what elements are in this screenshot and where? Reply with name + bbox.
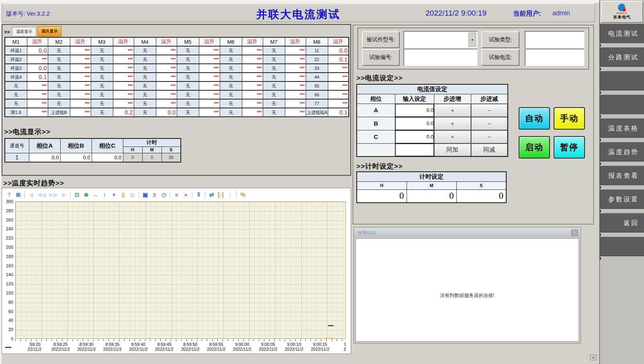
timer-h-input[interactable]: 0 (357, 189, 407, 203)
sidebar-buttons: 电流测试分路测试温度表格温度趋势报表查看参数设置返回 (600, 24, 644, 260)
temp-label-cell: 无 (134, 81, 156, 90)
temp-label-cell: 无 (220, 90, 242, 99)
test-info-box: 被试件型号: ▼ 试验类型: 试验编号: 试验电流: (358, 28, 589, 69)
timer-m-input[interactable]: 0 (407, 189, 456, 203)
step-decrease-button[interactable]: − (471, 117, 508, 130)
go-last-icon: ▶ (61, 191, 67, 198)
tab-temperature-rise-display[interactable]: 温升显示 (37, 26, 61, 37)
tab-temperature-display[interactable]: 温度显示 (12, 27, 36, 37)
cursor-range-icon[interactable]: [-] (218, 191, 224, 198)
x-tick-time: 9:00:05 (253, 342, 283, 347)
temp-value-cell: *** (27, 81, 48, 90)
alarm-title: 报警信息 (358, 230, 376, 236)
auto-button[interactable]: 自动 (519, 107, 550, 130)
phase-input-cell[interactable]: 0.0 (395, 104, 434, 117)
zoom-box-icon[interactable]: ⊡ (74, 191, 80, 198)
sidebar-item-1[interactable]: 分路测试 (600, 47, 644, 67)
pause-refresh-icon[interactable]: ‖ (196, 191, 202, 198)
scroll-down-icon[interactable]: ▼ (590, 355, 597, 360)
sidebar-item-blank-2[interactable] (600, 71, 644, 90)
start-button[interactable]: 启动 (519, 136, 550, 159)
sidebar-item-blank-3[interactable] (600, 95, 644, 114)
sidebar-item-6[interactable]: 报表查看 (600, 166, 644, 185)
hour-col-header: H (123, 146, 142, 153)
temp-value-cell: *** (242, 55, 263, 64)
decrease-all-button[interactable]: 同减 (471, 144, 508, 157)
rise-col-header: 温升 (156, 37, 177, 46)
test-number-input[interactable] (403, 49, 478, 66)
timer-s-input[interactable]: 0 (456, 189, 506, 203)
phase-input-cell[interactable]: 0.0 (395, 117, 434, 130)
temp-label-cell: 无 (91, 81, 113, 90)
alarm-title-bar[interactable]: 报警信息 x (354, 228, 580, 237)
phase-input-cell-empty[interactable] (395, 143, 434, 157)
ruler-vertical-icon[interactable]: ▯ (120, 191, 126, 198)
temp-value-cell: *** (285, 46, 306, 55)
increase-all-button[interactable]: 同加 (434, 144, 471, 157)
x-tick-time: 8:59:50 (176, 342, 205, 347)
sidebar-item-5[interactable]: 温度趋势 (600, 142, 644, 161)
time-range-icon[interactable]: ◷ (161, 191, 167, 198)
sidebar-item-8[interactable]: 返回 (600, 213, 644, 232)
toolbar-separator (170, 191, 170, 198)
zoom-vertical-icon[interactable]: ↕ (102, 191, 108, 198)
x-tick-time: 9: (331, 342, 346, 347)
page-forward-icon[interactable]: » (183, 191, 189, 198)
step-increase-button[interactable]: + (434, 130, 471, 143)
chart-plot-area[interactable] (15, 201, 346, 339)
step-decrease-button[interactable]: − (471, 104, 508, 117)
temp-label-cell: 无 (48, 99, 70, 108)
percent-scale-icon[interactable]: % (240, 191, 246, 198)
step-dec-col-header: 步进减 (471, 94, 508, 104)
y-axis-tick-label: 0 (11, 336, 13, 341)
sidebar-item-7[interactable]: 参数设置 (600, 189, 644, 209)
channel-list-icon[interactable]: ▣ (142, 191, 148, 198)
step-increase-button[interactable]: + (434, 117, 471, 130)
datetime-text: 2022/11/2 9:00:19 (425, 9, 487, 18)
sidebar-item-4[interactable]: 温度表格 (600, 118, 644, 138)
temperature-panel: >> 温度显示温升显示 M1温升M2温升M3温升M4温升M5温升M6温升M7温升… (2, 24, 351, 176)
temp-value-cell: *** (328, 99, 349, 108)
y-axis-tick-label: 280 (6, 208, 13, 213)
current-set-table-title: 电流值设定 (357, 84, 508, 94)
temp-value-cell: *** (156, 64, 177, 73)
temp-label-cell: 无 (48, 81, 70, 90)
specimen-model-combo[interactable]: ▼ (403, 31, 478, 49)
sidebar-item-blank-9[interactable] (600, 237, 644, 256)
chart-x-axis-ticks (15, 339, 346, 341)
help-icon[interactable]: ? (6, 191, 12, 198)
x-tick-date: 2022/11/2 (253, 347, 283, 352)
temp-value-cell: *** (199, 73, 220, 81)
step-increase-button[interactable]: + (434, 104, 471, 117)
combo-dropdown-icon[interactable]: ▼ (468, 33, 476, 47)
step-decrease-button[interactable]: − (471, 130, 508, 143)
zoom-horizontal-icon[interactable]: ↔ (92, 191, 98, 198)
manual-button[interactable]: 手动 (554, 107, 585, 130)
temp-label-cell: 无 (134, 73, 156, 81)
scale-adjust-icon[interactable]: ± (151, 191, 157, 198)
rise-col-header: 温升 (199, 37, 220, 46)
temp-label-cell: 无 (177, 90, 199, 99)
phase-c-value: 0.0 (92, 153, 123, 162)
page-back-icon[interactable]: « (174, 191, 180, 198)
sidebar-item-0[interactable]: 电流测试 (600, 24, 644, 43)
x-axis-tick-label: 9:00:102022/11/2 (279, 342, 309, 352)
x-tick-date: 2022/11/2 (98, 347, 127, 352)
temperature-trend-chart: ?⊞◀◀◀▶▶▶⊡⊕↔↕+▯▦▣±◷«»‖⇄[-]∫% 300280260240… (2, 188, 351, 354)
temp-label-cell: 无 (134, 99, 156, 108)
y-axis-tick-label: 200 (6, 245, 13, 250)
test-current-input[interactable] (525, 49, 585, 66)
all-phase-set-row: 同加同减 (357, 143, 508, 157)
temp-value-cell: *** (70, 73, 91, 81)
phase-input-cell[interactable]: 0.0 (395, 130, 434, 143)
pause-button[interactable]: 暂停 (554, 136, 585, 159)
temp-value-cell: *** (328, 90, 349, 99)
zoom-in-icon[interactable]: ⊕ (83, 191, 89, 198)
temp-value-cell: *** (199, 108, 220, 117)
swap-axes-icon[interactable]: ⇄ (209, 191, 215, 198)
pan-icon[interactable]: + (111, 191, 117, 198)
close-icon[interactable]: x (571, 230, 578, 236)
test-type-input[interactable] (525, 31, 585, 49)
control-panel: 被试件型号: ▼ 试验类型: 试验编号: 试验电流: >>电流设定>> 电流值设… (353, 25, 594, 224)
export-page-icon[interactable]: ⊞ (15, 191, 21, 198)
